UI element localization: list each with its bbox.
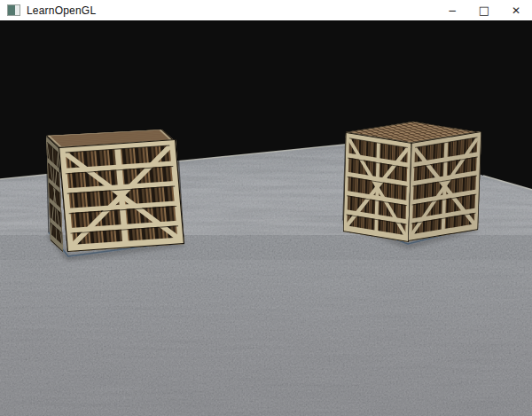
maximize-button[interactable]: □	[468, 0, 500, 20]
left-wooden-crate	[46, 130, 184, 256]
app-icon	[7, 4, 20, 16]
app-window: LearnOpenGL − □ ✕	[0, 0, 532, 416]
titlebar[interactable]: LearnOpenGL − □ ✕	[0, 0, 532, 20]
close-button[interactable]: ✕	[500, 0, 532, 20]
right-wooden-crate	[343, 122, 481, 244]
window-title: LearnOpenGL	[27, 4, 436, 17]
opengl-viewport[interactable]	[0, 20, 532, 416]
minimize-button[interactable]: −	[436, 0, 468, 20]
